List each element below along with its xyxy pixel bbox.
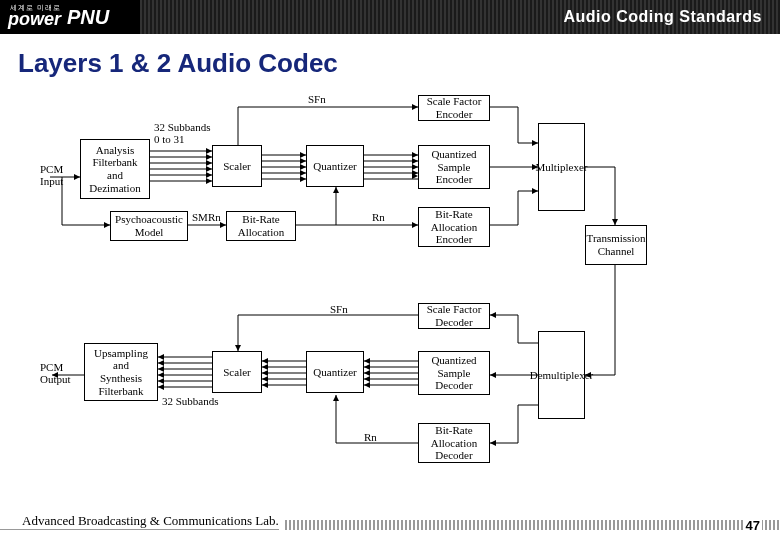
quantized-sample-encoder-block: QuantizedSampleEncoder	[418, 145, 490, 189]
decoder-scaler-block: Scaler	[212, 351, 262, 393]
logo-korean: 세계로 미래로	[10, 3, 61, 13]
svg-marker-93	[158, 354, 164, 360]
encoder-subbands-label: 32 Subbands0 to 31	[154, 121, 211, 145]
footer-stripes: 47	[285, 520, 780, 530]
svg-marker-67	[490, 312, 496, 318]
svg-marker-73	[364, 358, 370, 364]
svg-marker-63	[490, 372, 496, 378]
svg-marker-71	[490, 440, 496, 446]
decoder-subbands-label: 32 Subbands	[162, 395, 219, 407]
bit-rate-allocation-block: Bit-RateAllocation	[226, 211, 296, 241]
quantized-sample-decoder-block: QuantizedSampleDecoder	[418, 351, 490, 395]
header-stripes: Audio Coding Standards	[140, 0, 780, 34]
svg-marker-95	[158, 360, 164, 366]
header-title: Audio Coding Standards	[563, 8, 762, 26]
svg-marker-85	[262, 364, 268, 370]
decoder-rn-label: Rn	[364, 431, 377, 443]
svg-marker-91	[262, 382, 268, 388]
header-bar: 세계로 미래로 power PNU Audio Coding Standards	[0, 0, 780, 34]
transmission-channel-block: TransmissionChannel	[585, 225, 647, 265]
svg-marker-81	[364, 382, 370, 388]
logo-pnu: PNU	[67, 6, 109, 29]
decoder-quantizer-block: Quantizer	[306, 351, 364, 393]
logo: 세계로 미래로 power PNU	[0, 0, 140, 34]
encoder-rn-label: Rn	[372, 211, 385, 223]
footer-lab: Advanced Broadcasting & Communications L…	[0, 513, 279, 530]
bit-rate-allocation-encoder-block: Bit-RateAllocationEncoder	[418, 207, 490, 247]
svg-marker-111	[333, 395, 339, 401]
page-number: 47	[744, 518, 762, 533]
svg-marker-87	[262, 370, 268, 376]
analysis-filterbank-block: AnalysisFilterbankandDezimation	[80, 139, 150, 199]
encoder-scaler-block: Scaler	[212, 145, 262, 187]
svg-marker-89	[262, 376, 268, 382]
svg-marker-103	[158, 384, 164, 390]
multiplexer-block: Multiplexer	[538, 123, 585, 211]
encoder-quantizer-block: Quantizer	[306, 145, 364, 187]
diagram: PCMInput AnalysisFilterbankandDezimation…	[40, 95, 740, 475]
footer: Advanced Broadcasting & Communications L…	[0, 510, 780, 530]
pcm-output-label: PCMOutput	[40, 361, 71, 385]
demultiplexer-block: Demultiplexer	[538, 331, 585, 419]
svg-marker-83	[262, 358, 268, 364]
synthesis-filterbank-block: UpsamplingandSynthesisFilterbank	[84, 343, 158, 401]
decoder-sfn-label: SFn	[330, 303, 348, 315]
encoder-sfn-label: SFn	[308, 93, 326, 105]
svg-marker-79	[364, 376, 370, 382]
svg-marker-77	[364, 370, 370, 376]
scale-factor-decoder-block: Scale FactorDecoder	[418, 303, 490, 329]
svg-marker-75	[364, 364, 370, 370]
svg-marker-97	[158, 366, 164, 372]
scale-factor-encoder-block: Scale FactorEncoder	[418, 95, 490, 121]
slide-title: Layers 1 & 2 Audio Codec	[0, 34, 780, 79]
pcm-input-label: PCMInput	[40, 163, 63, 187]
svg-marker-101	[158, 378, 164, 384]
svg-marker-99	[158, 372, 164, 378]
svg-marker-51	[333, 187, 339, 193]
bit-rate-allocation-decoder-block: Bit-RateAllocationDecoder	[418, 423, 490, 463]
psychoacoustic-model-block: PsychoacousticModel	[110, 211, 188, 241]
smrn-label: SMRn	[192, 211, 221, 223]
